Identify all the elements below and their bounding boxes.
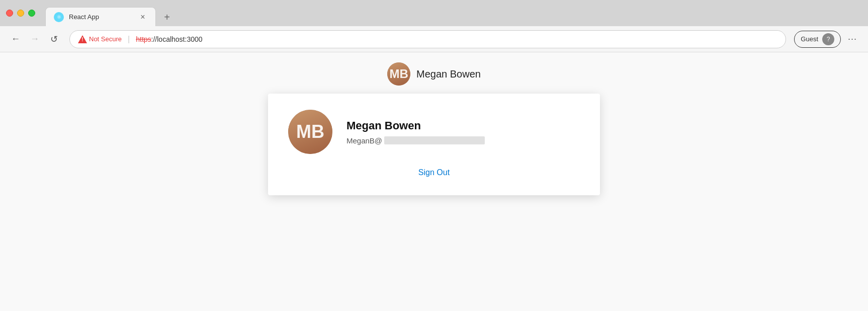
forward-button[interactable]: → bbox=[27, 32, 42, 47]
email-redacted-block bbox=[384, 136, 485, 144]
url-separator: | bbox=[128, 35, 130, 44]
user-header: MB Megan Bowen bbox=[387, 62, 481, 86]
more-options-button[interactable]: ··· bbox=[845, 32, 860, 47]
popup-user-info: Megan Bowen MeganB@ bbox=[346, 119, 580, 145]
guest-profile-button[interactable]: Guest ? bbox=[794, 31, 841, 48]
url-protocol: https bbox=[136, 35, 151, 43]
title-bar: ⚛ React App × + bbox=[0, 0, 868, 26]
new-tab-button[interactable]: + bbox=[158, 8, 176, 26]
maximize-window-button[interactable] bbox=[28, 10, 35, 17]
traffic-lights bbox=[6, 10, 35, 17]
browser-tab[interactable]: ⚛ React App × bbox=[45, 7, 156, 26]
tab-title: React App bbox=[69, 13, 133, 21]
email-prefix: MeganB@ bbox=[346, 136, 382, 145]
url-display: https://localhost:3000 bbox=[136, 35, 202, 43]
reload-button[interactable]: ↺ bbox=[46, 32, 61, 47]
popup-avatar: MB bbox=[288, 110, 332, 154]
sign-out-button[interactable]: Sign Out bbox=[418, 166, 450, 179]
tab-bar: ⚛ React App × + bbox=[45, 0, 176, 26]
popup-user-email: MeganB@ bbox=[346, 136, 580, 145]
guest-label: Guest bbox=[801, 35, 818, 43]
minimize-window-button[interactable] bbox=[17, 10, 24, 17]
guest-avatar-icon: ? bbox=[822, 33, 834, 45]
back-button[interactable]: ← bbox=[8, 32, 23, 47]
address-bar[interactable]: Not Secure | https://localhost:3000 bbox=[69, 30, 786, 48]
tab-close-button[interactable]: × bbox=[138, 13, 147, 22]
close-window-button[interactable] bbox=[6, 10, 13, 17]
not-secure-label: Not Secure bbox=[89, 35, 122, 43]
nav-bar: ← → ↺ Not Secure | https://localhost:300… bbox=[0, 26, 868, 52]
security-warning: Not Secure bbox=[78, 35, 122, 44]
page-content: MB Megan Bowen MB Megan Bowen MeganB@ Si… bbox=[0, 52, 868, 311]
user-header-name: Megan Bowen bbox=[416, 68, 481, 80]
url-port: :3000 bbox=[185, 35, 203, 43]
avatar-face-small: MB bbox=[387, 62, 410, 86]
popup-user-row: MB Megan Bowen MeganB@ bbox=[288, 110, 580, 154]
avatar-face-large: MB bbox=[288, 110, 332, 154]
popup-user-name: Megan Bowen bbox=[346, 119, 580, 132]
url-host: ://localhost bbox=[151, 35, 185, 43]
tab-favicon-icon: ⚛ bbox=[54, 12, 64, 22]
user-header-avatar: MB bbox=[387, 62, 410, 86]
user-popup-card: MB Megan Bowen MeganB@ Sign Out bbox=[268, 94, 600, 195]
warning-triangle-icon bbox=[78, 35, 87, 44]
